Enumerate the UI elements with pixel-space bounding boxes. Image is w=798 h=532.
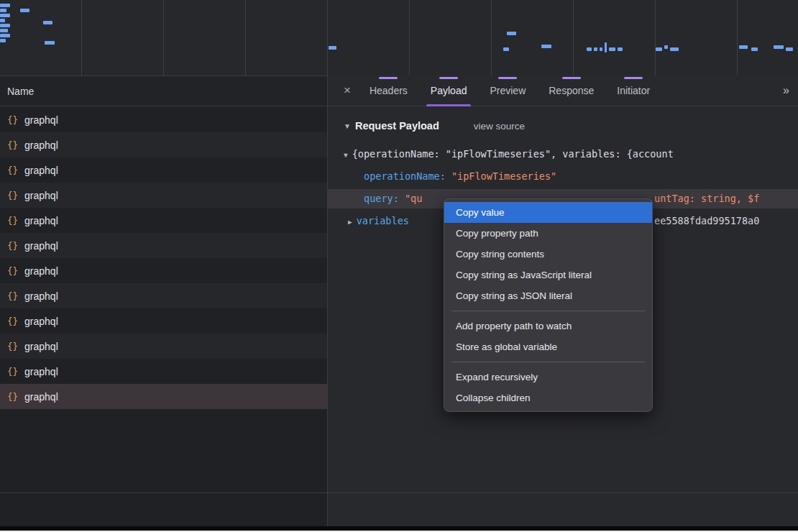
tab-initiator[interactable]: Initiator (605, 75, 661, 106)
payload-query-row[interactable]: query: "qu (364, 188, 422, 210)
request-name: graphql (24, 341, 58, 352)
menu-item-add-property-path-to-watch[interactable]: Add property path to watch (444, 316, 652, 336)
timeline-request-bar (0, 14, 10, 17)
details-tabbar: × Headers Payload Preview Response Initi… (328, 75, 798, 106)
name-column-label: Name (7, 86, 34, 97)
menu-item-expand-recursively[interactable]: Expand recursively (444, 367, 652, 387)
network-request-row[interactable]: {}graphql (0, 208, 327, 233)
timeline-request-bar (670, 47, 679, 51)
menu-item-copy-property-path[interactable]: Copy property path (444, 223, 652, 244)
timeline-request-bar (0, 34, 10, 37)
request-name: graphql (24, 290, 58, 302)
tab-activity-mark (624, 77, 643, 79)
menu-item-copy-string-contents[interactable]: Copy string contents (444, 244, 652, 265)
timeline-request-bar (739, 45, 748, 49)
timeline-request-bar (605, 42, 607, 52)
network-request-row[interactable]: {}graphql (0, 283, 327, 308)
menu-item-store-as-global-variable[interactable]: Store as global variable (444, 336, 652, 357)
network-request-row[interactable]: {}graphql (0, 233, 327, 258)
network-request-row[interactable]: {}graphql (0, 308, 327, 334)
tab-label: Initiator (617, 85, 650, 96)
timeline-request-bar (587, 47, 592, 51)
menu-item-collapse-children[interactable]: Collapse children (444, 387, 652, 408)
request-name: graphql (24, 114, 58, 126)
expanded-triangle-icon: ▼ (344, 122, 351, 130)
timeline-request-bar (0, 4, 10, 7)
context-menu: Copy value Copy property path Copy strin… (444, 198, 653, 412)
timeline-request-bar (600, 47, 602, 51)
json-braces-icon: {} (7, 265, 18, 276)
timeline-request-bar (664, 45, 668, 49)
request-payload-section[interactable]: ▼Request Payload view source (344, 117, 525, 134)
timeline-gridline (409, 0, 410, 75)
footer-divider (0, 492, 798, 493)
timeline-request-bar (20, 9, 29, 12)
tab-preview[interactable]: Preview (478, 75, 537, 106)
menu-item-copy-value[interactable]: Copy value (444, 202, 652, 223)
network-overview-timeline[interactable] (0, 0, 798, 76)
timeline-request-bar (609, 47, 615, 51)
json-braces-icon: {} (7, 366, 18, 377)
network-request-row[interactable]: {}graphql (0, 334, 327, 359)
close-icon[interactable]: × (336, 83, 358, 98)
tab-response[interactable]: Response (537, 75, 605, 106)
request-list: {}graphql {}graphql {}graphql {}graphql … (0, 107, 327, 409)
network-request-row[interactable]: {}graphql (0, 107, 327, 132)
json-braces-icon: {} (7, 215, 18, 226)
network-request-row[interactable]: {}graphql (0, 157, 327, 183)
menu-item-copy-string-js-literal[interactable]: Copy string as JavaScript literal (444, 265, 652, 285)
timeline-request-bar (0, 19, 5, 22)
request-payload-title: Request Payload (355, 120, 439, 132)
timeline-request-bar (786, 47, 793, 51)
devtools-network-panel: Name {}graphql {}graphql {}graphql {}gra… (0, 0, 798, 532)
menu-item-copy-string-json-literal[interactable]: Copy string as JSON literal (444, 285, 652, 306)
payload-variables-row[interactable]: ▶variables (348, 210, 409, 232)
timeline-gridline (163, 0, 164, 75)
property-key: query: (364, 193, 399, 204)
network-request-row[interactable]: {}graphql (0, 359, 327, 384)
request-name: graphql (24, 190, 58, 201)
timeline-request-bar (541, 45, 551, 48)
expanded-triangle-icon: ▼ (344, 151, 348, 159)
network-request-row[interactable]: {}graphql (0, 258, 327, 283)
timeline-gridline (655, 0, 656, 75)
name-column-header[interactable]: Name (0, 76, 327, 106)
timeline-request-bar (0, 9, 6, 12)
tab-activity-mark (379, 77, 398, 79)
timeline-request-bar (656, 47, 662, 51)
request-name: graphql (24, 215, 58, 226)
json-braces-icon: {} (7, 391, 18, 402)
property-value: "ipFlowTimeseries" (451, 170, 556, 182)
timeline-request-bar (751, 47, 758, 51)
tab-activity-mark (439, 77, 458, 79)
json-braces-icon: {} (7, 341, 18, 352)
network-request-row[interactable]: {}graphql (0, 183, 327, 208)
payload-root-row[interactable]: ▼{operationName: "ipFlowTimeseries", var… (344, 143, 798, 165)
json-braces-icon: {} (7, 114, 18, 125)
tab-label: Payload (431, 85, 467, 96)
timeline-request-bar (774, 45, 784, 49)
tab-label: Headers (370, 85, 408, 96)
tab-payload[interactable]: Payload (419, 75, 479, 106)
collapsed-triangle-icon: ▶ (348, 218, 352, 226)
timeline-request-bar (43, 21, 52, 24)
menu-separator (451, 311, 645, 311)
timeline-gridline (327, 0, 328, 75)
variables-preview-fragment: ee5588fdad995178a0 (654, 210, 759, 232)
network-request-row[interactable]: {}graphql (0, 132, 327, 157)
payload-operationname-row[interactable]: operationName: "ipFlowTimeseries" (364, 165, 556, 188)
timeline-gridline (491, 0, 492, 75)
tab-label: Response (549, 85, 594, 96)
payload-root-preview: {operationName: "ipFlowTimeseries", vari… (352, 148, 674, 160)
tab-headers[interactable]: Headers (358, 75, 419, 106)
request-name: graphql (24, 240, 58, 252)
request-name: graphql (24, 366, 58, 377)
timeline-request-bar (0, 39, 6, 42)
timeline-request-bar (618, 47, 623, 51)
json-braces-icon: {} (7, 240, 18, 251)
network-request-row-selected[interactable]: {}graphql (0, 384, 327, 409)
timeline-gridline (737, 0, 738, 75)
json-braces-icon: {} (7, 190, 18, 201)
view-source-link[interactable]: view source (474, 121, 525, 132)
chevron-double-right-icon[interactable]: » (783, 84, 789, 97)
